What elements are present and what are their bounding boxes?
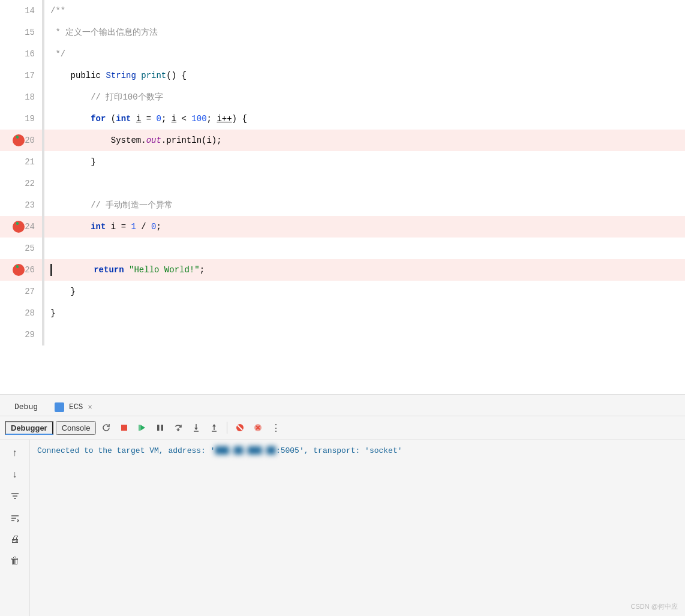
code-token	[53, 264, 94, 276]
code-token: .println(i);	[161, 134, 222, 146]
svg-rect-4	[161, 425, 164, 431]
code-token: ;	[200, 264, 205, 276]
code-token: <	[176, 113, 191, 125]
svg-rect-0	[121, 425, 127, 431]
line-number-15: 15	[25, 28, 35, 37]
ellipsis-icon: ⋮	[271, 422, 281, 434]
console-output: Connected to the target VM, address: '██…	[30, 440, 685, 616]
code-token	[124, 264, 129, 276]
line-content-17: public String print() {	[44, 65, 685, 86]
line-number-26: 26	[25, 265, 35, 275]
breakpoint-icon-24[interactable]	[13, 221, 25, 233]
execution-cursor	[50, 264, 52, 276]
line-content-18: // 打印100个数字	[44, 86, 685, 108]
line-content-24: int i = 1 / 0;	[44, 216, 685, 238]
line-content-21: }	[44, 151, 685, 173]
code-token: ;	[207, 113, 217, 125]
code-token: (	[106, 113, 116, 125]
line-content-19: for (int i = 0; i < 100; i++) {	[44, 108, 685, 130]
code-token: i++	[217, 113, 232, 125]
code-token: String	[106, 70, 136, 82]
code-token: int	[91, 221, 106, 233]
code-token: /**	[50, 5, 65, 17]
close-ecs-button[interactable]: ✕	[85, 401, 94, 413]
line-content-22	[44, 173, 685, 194]
code-token: 0	[151, 221, 156, 233]
code-line-28: 28}	[0, 302, 685, 324]
line-number-16: 16	[25, 49, 35, 59]
code-lines: 14/**15 * 定义一个输出信息的方法16 */17 public Stri…	[0, 0, 685, 394]
line-gutter-25: 25	[0, 238, 42, 259]
code-token: ;	[161, 113, 172, 125]
filter-button[interactable]	[7, 488, 23, 504]
code-editor: 14/**15 * 定义一个输出信息的方法16 */17 public Stri…	[0, 0, 685, 394]
code-line-15: 15 * 定义一个输出信息的方法	[0, 22, 685, 43]
code-line-18: 18 // 打印100个数字	[0, 86, 685, 108]
console-area: ↑ ↓ 🖨 🗑 Connec	[0, 440, 685, 616]
code-token: /	[136, 221, 151, 233]
mute-button[interactable]	[232, 420, 248, 435]
bottom-panel: Debug ECS ✕ Debugger Console	[0, 394, 685, 616]
code-token: out	[146, 134, 161, 146]
line-content-29	[44, 324, 685, 345]
panel-toolbar: Debugger Console	[0, 416, 685, 440]
code-token: 100	[191, 113, 206, 125]
code-line-21: 21 }	[0, 151, 685, 173]
line-number-20: 20	[25, 136, 35, 145]
tab-debug[interactable]: Debug	[7, 399, 45, 414]
code-token	[50, 221, 91, 233]
line-number-18: 18	[25, 92, 35, 102]
line-number-24: 24	[25, 222, 35, 232]
debugger-tab[interactable]: Debugger	[5, 421, 53, 435]
line-content-15: * 定义一个输出信息的方法	[44, 22, 685, 43]
delete-button[interactable]: 🗑	[7, 552, 23, 569]
code-token: i	[136, 113, 141, 125]
code-token: public	[50, 70, 106, 82]
line-gutter-19: 19	[0, 108, 42, 130]
code-token: }	[50, 307, 55, 319]
step-over-button[interactable]	[170, 420, 186, 435]
pause-button[interactable]	[152, 420, 168, 435]
code-line-25: 25	[0, 238, 685, 259]
filter-level-button[interactable]	[7, 509, 23, 526]
scroll-up-button[interactable]: ↑	[7, 444, 23, 461]
code-line-14: 14/**	[0, 0, 685, 22]
code-token: // 手动制造一个异常	[50, 199, 173, 211]
line-number-21: 21	[25, 157, 35, 167]
scroll-down-button[interactable]: ↓	[7, 466, 23, 483]
ecs-icon	[55, 402, 64, 412]
line-gutter-28: 28	[0, 302, 42, 324]
code-token: 0	[157, 113, 161, 125]
code-token	[131, 113, 136, 125]
ip-address: ███.██.███.██	[215, 444, 275, 458]
code-token: }	[50, 286, 76, 298]
code-line-24: 24 int i = 1 / 0;	[0, 216, 685, 238]
refresh-button[interactable]	[98, 420, 114, 435]
step-into-button[interactable]	[188, 420, 204, 435]
code-line-26: 26 return "Hello World!";	[0, 259, 685, 281]
step-out-button[interactable]	[206, 420, 222, 435]
breakpoint-icon-20[interactable]	[13, 134, 25, 146]
code-line-17: 17 public String print() {	[0, 65, 685, 86]
clear-breakpoints-button[interactable]	[250, 420, 266, 435]
console-connected-message: Connected to the target VM, address: '██…	[37, 444, 678, 458]
resume-button[interactable]	[134, 420, 150, 435]
code-token: return	[94, 264, 124, 276]
line-content-26: return "Hello World!";	[44, 259, 685, 281]
code-line-16: 16 */	[0, 43, 685, 65]
stop-button[interactable]	[116, 420, 132, 435]
code-token: * 定义一个输出信息的方法	[50, 26, 158, 38]
line-gutter-15: 15	[0, 22, 42, 43]
line-number-25: 25	[25, 244, 35, 253]
code-token: ;	[156, 221, 161, 233]
code-token: "Hello World!"	[129, 264, 200, 276]
console-tab[interactable]: Console	[56, 421, 97, 435]
code-token: =	[141, 113, 156, 125]
more-options-button[interactable]: ⋮	[268, 420, 284, 435]
code-token: ) {	[232, 113, 247, 125]
breakpoint-icon-26[interactable]	[13, 264, 25, 276]
print-button[interactable]: 🖨	[7, 531, 23, 548]
tab-ecs[interactable]: ECS ✕	[47, 398, 102, 416]
line-gutter-29: 29	[0, 324, 42, 345]
code-line-22: 22	[0, 173, 685, 194]
